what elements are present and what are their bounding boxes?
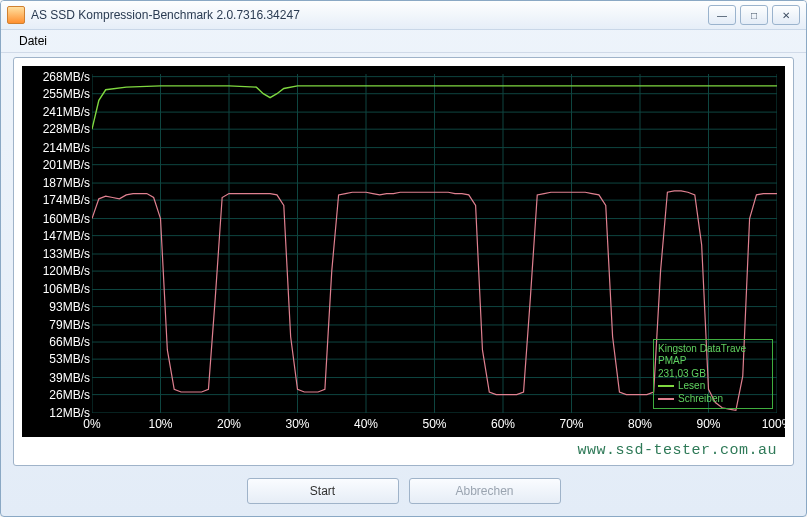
- y-tick: 66MB/s: [32, 335, 90, 349]
- legend-device: Kingston DataTrave: [658, 343, 768, 356]
- x-tick: 100%: [762, 417, 793, 431]
- minimize-button[interactable]: —: [708, 5, 736, 25]
- y-tick: 147MB/s: [32, 229, 90, 243]
- x-tick: 90%: [696, 417, 720, 431]
- legend-pmap: PMAP: [658, 355, 768, 368]
- y-tick: 26MB/s: [32, 388, 90, 402]
- y-tick: 268MB/s: [32, 70, 90, 84]
- legend-write-row: Schreiben: [658, 393, 768, 406]
- maximize-button[interactable]: □: [740, 5, 768, 25]
- legend-read-swatch: [658, 385, 674, 387]
- close-button[interactable]: ✕: [772, 5, 800, 25]
- x-tick: 10%: [148, 417, 172, 431]
- y-tick: 255MB/s: [32, 87, 90, 101]
- y-tick: 53MB/s: [32, 352, 90, 366]
- legend-write-label: Schreiben: [678, 393, 723, 406]
- x-tick: 50%: [422, 417, 446, 431]
- x-tick: 20%: [217, 417, 241, 431]
- legend-read-row: Lesen: [658, 380, 768, 393]
- button-bar: Start Abbrechen: [1, 478, 806, 504]
- x-tick: 0%: [83, 417, 100, 431]
- app-window: AS SSD Kompression-Benchmark 2.0.7316.34…: [0, 0, 807, 517]
- x-tick: 40%: [354, 417, 378, 431]
- y-tick: 133MB/s: [32, 247, 90, 261]
- cancel-button: Abbrechen: [409, 478, 561, 504]
- y-tick: 39MB/s: [32, 371, 90, 385]
- legend-box: Kingston DataTrave PMAP 231,03 GB Lesen …: [653, 339, 773, 410]
- y-tick: 174MB/s: [32, 193, 90, 207]
- legend-read-label: Lesen: [678, 380, 705, 393]
- chart-area: Kingston DataTrave PMAP 231,03 GB Lesen …: [22, 66, 785, 437]
- x-tick: 60%: [491, 417, 515, 431]
- chart-panel: Kingston DataTrave PMAP 231,03 GB Lesen …: [13, 57, 794, 466]
- legend-write-swatch: [658, 398, 674, 400]
- menubar: Datei: [1, 30, 806, 53]
- x-tick: 30%: [285, 417, 309, 431]
- y-tick: 120MB/s: [32, 264, 90, 278]
- y-tick: 187MB/s: [32, 176, 90, 190]
- y-tick: 160MB/s: [32, 212, 90, 226]
- y-tick: 228MB/s: [32, 122, 90, 136]
- x-tick: 70%: [559, 417, 583, 431]
- menu-file[interactable]: Datei: [11, 32, 55, 50]
- y-tick: 214MB/s: [32, 141, 90, 155]
- watermark: www.ssd-tester.com.au: [577, 442, 777, 459]
- start-button[interactable]: Start: [247, 478, 399, 504]
- window-title: AS SSD Kompression-Benchmark 2.0.7316.34…: [31, 8, 704, 22]
- x-tick: 80%: [628, 417, 652, 431]
- y-tick: 79MB/s: [32, 318, 90, 332]
- app-icon: [7, 6, 25, 24]
- y-tick: 201MB/s: [32, 158, 90, 172]
- titlebar[interactable]: AS SSD Kompression-Benchmark 2.0.7316.34…: [1, 1, 806, 30]
- y-tick: 106MB/s: [32, 282, 90, 296]
- legend-capacity: 231,03 GB: [658, 368, 768, 381]
- y-tick: 12MB/s: [32, 406, 90, 420]
- y-tick: 93MB/s: [32, 300, 90, 314]
- y-tick: 241MB/s: [32, 105, 90, 119]
